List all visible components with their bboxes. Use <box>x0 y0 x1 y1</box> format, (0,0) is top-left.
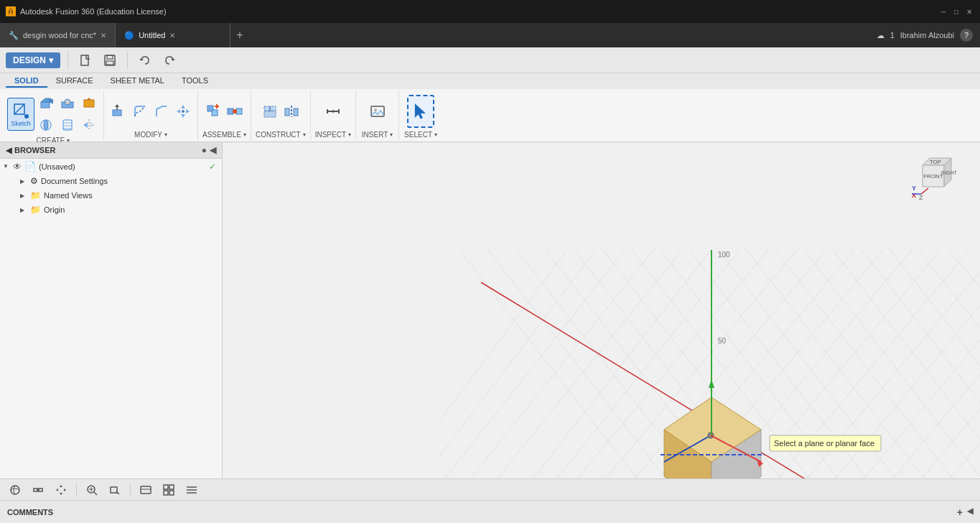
tab-tools[interactable]: TOOLS <box>173 75 217 88</box>
browser-item-docsettings[interactable]: ▶ ⚙ Document Settings <box>0 174 222 188</box>
tab-close-untitled[interactable]: ✕ <box>169 32 175 40</box>
construct-offset-plane[interactable] <box>260 101 280 121</box>
svg-point-30 <box>182 110 185 113</box>
display-mode-button[interactable] <box>136 482 155 498</box>
design-dropdown[interactable]: DESIGN ▾ <box>6 52 60 68</box>
svg-text:Select a plane or planar face: Select a plane or planar face <box>774 439 874 448</box>
bottom-sep-2 <box>130 483 131 496</box>
assemble-new-component[interactable] <box>203 101 223 121</box>
comments-panel: COMMENTS + ◀ <box>0 500 980 523</box>
assemble-joint[interactable] <box>225 101 245 121</box>
browser-arrow-docsettings: ▶ <box>20 178 27 185</box>
svg-rect-38 <box>264 111 276 117</box>
ribbon-group-select: SELECT ▾ <box>399 91 442 140</box>
tab-sheet-metal[interactable]: SHEET METAL <box>102 75 173 88</box>
svg-rect-134 <box>111 487 117 493</box>
svg-line-91 <box>438 250 567 422</box>
create-revolve-button[interactable] <box>36 115 56 135</box>
ribbon-group-assemble: ASSEMBLE ▾ <box>198 91 251 140</box>
svg-line-70 <box>948 250 980 478</box>
select-tool-button[interactable] <box>407 95 434 128</box>
ribbon-tabs: SOLID SURFACE SHEET METAL TOOLS <box>0 73 980 89</box>
browser-label-docsettings: Document Settings <box>41 177 108 185</box>
zoom-fit-button[interactable] <box>83 482 101 498</box>
svg-marker-29 <box>186 109 190 114</box>
create-mirror-button[interactable] <box>79 115 99 135</box>
browser-item-unsaved[interactable]: ▼ 👁 📄 (Unsaved) ✓ <box>0 159 222 174</box>
layout-button[interactable] <box>182 482 201 498</box>
create-sketch-button[interactable]: Sketch <box>7 98 34 131</box>
svg-rect-35 <box>228 108 233 114</box>
ribbon-group-modify: MODIFY ▾ <box>104 91 198 140</box>
svg-rect-3 <box>106 61 113 65</box>
tab-surface[interactable]: SURFACE <box>47 75 102 88</box>
browser-back-icon[interactable]: ◀ <box>6 146 11 155</box>
browser-pin-btn[interactable]: ◀ <box>210 145 216 155</box>
svg-rect-139 <box>169 485 174 489</box>
comments-collapse-button[interactable]: ◀ <box>967 506 973 518</box>
select-group-label[interactable]: SELECT ▾ <box>404 131 437 139</box>
tab-icon-untitled: 🔵 <box>124 31 134 40</box>
svg-point-6 <box>24 114 29 119</box>
inspect-measure[interactable] <box>323 101 343 121</box>
comments-add-button[interactable]: + <box>957 506 963 518</box>
tab-untitled[interactable]: 🔵 Untitled ✕ <box>116 23 230 47</box>
orbit-button[interactable] <box>6 482 24 498</box>
inspect-group-label[interactable]: INSPECT ▾ <box>315 131 351 139</box>
modify-move[interactable] <box>173 101 193 121</box>
svg-marker-22 <box>90 122 95 128</box>
cloud-icon: ☁ <box>877 31 885 40</box>
modify-group-label[interactable]: MODIFY ▾ <box>134 131 167 139</box>
modify-fillet[interactable] <box>130 101 150 121</box>
design-label: DESIGN <box>13 55 46 65</box>
browser-label-origin: Origin <box>44 205 65 214</box>
tab-solid[interactable]: SOLID <box>6 75 47 88</box>
design-arrow: ▾ <box>49 55 53 65</box>
redo-button[interactable] <box>159 51 179 70</box>
svg-rect-42 <box>294 108 298 116</box>
modify-press-pull[interactable] <box>108 101 129 121</box>
help-button[interactable]: ? <box>960 29 973 42</box>
svg-rect-140 <box>164 491 168 495</box>
undo-button[interactable] <box>135 51 155 70</box>
minimize-button[interactable]: ─ <box>938 6 948 17</box>
browser-doc-icon: 📄 <box>24 161 36 172</box>
svg-text:50: 50 <box>718 337 727 345</box>
new-button[interactable] <box>75 51 95 70</box>
modify-chamfer[interactable] <box>151 101 172 121</box>
insert-image[interactable] <box>368 101 388 121</box>
create-extrude-button[interactable] <box>36 93 56 114</box>
construct-group-label[interactable]: CONSTRUCT ▾ <box>256 131 306 139</box>
maximize-button[interactable]: □ <box>951 6 961 17</box>
save-button[interactable] <box>100 51 120 70</box>
browser-item-namedviews[interactable]: ▶ 📁 Named Views <box>0 188 222 203</box>
viewport[interactable]: 100 50 -50 -100 -50 <box>223 142 980 478</box>
bottombar <box>0 478 980 500</box>
browser-check-unsaved: ✓ <box>209 162 216 172</box>
zoom-window-button[interactable] <box>106 482 124 498</box>
pan-button[interactable] <box>52 482 70 498</box>
browser-collapse-btn[interactable]: ● <box>202 145 207 155</box>
create-hole-button[interactable] <box>57 93 78 114</box>
construct-midplane[interactable] <box>281 101 302 121</box>
svg-marker-50 <box>415 104 424 119</box>
insert-group-label[interactable]: INSERT ▾ <box>362 131 393 139</box>
svg-rect-32 <box>212 110 218 116</box>
browser-eye-icon[interactable]: 👁 <box>13 162 22 172</box>
tab-design-wood[interactable]: 🔧 desgin wood for cnc* ✕ <box>0 23 116 47</box>
grid-button[interactable] <box>159 482 178 498</box>
assemble-group-label[interactable]: ASSEMBLE ▾ <box>202 131 246 139</box>
tab-close-design[interactable]: ✕ <box>101 32 106 40</box>
tab-add-button[interactable]: + <box>230 23 248 47</box>
create-more-button[interactable] <box>79 93 99 114</box>
cloud-count: 1 <box>890 31 895 40</box>
svg-line-69 <box>919 250 980 478</box>
ribbon-group-insert: INSERT ▾ <box>356 91 399 140</box>
viewcube[interactable]: TOP FRONT RIGHT Y X Z <box>908 151 958 201</box>
create-thread-button[interactable] <box>57 115 78 135</box>
browser-item-origin[interactable]: ▶ 📁 Origin <box>0 203 222 217</box>
browser-label-namedviews: Named Views <box>44 191 93 200</box>
toolbar-top: DESIGN ▾ <box>0 47 980 73</box>
look-at-button[interactable] <box>29 482 47 498</box>
close-button[interactable]: ✕ <box>964 6 974 17</box>
